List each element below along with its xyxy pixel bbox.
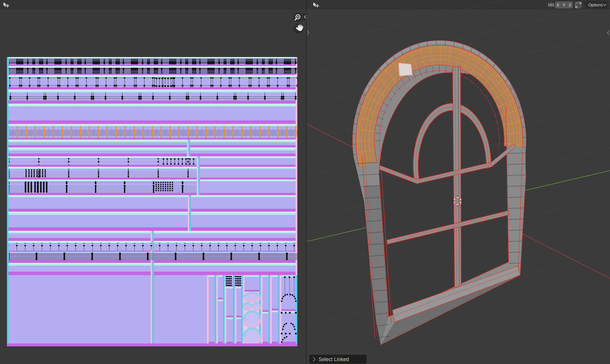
svg-text:Select Linked: Select Linked	[318, 356, 349, 362]
svg-text:X: X	[556, 3, 559, 7]
svg-text:Z: Z	[569, 3, 571, 7]
svg-text:Y: Y	[562, 3, 565, 7]
svg-text:Options: Options	[588, 3, 603, 7]
